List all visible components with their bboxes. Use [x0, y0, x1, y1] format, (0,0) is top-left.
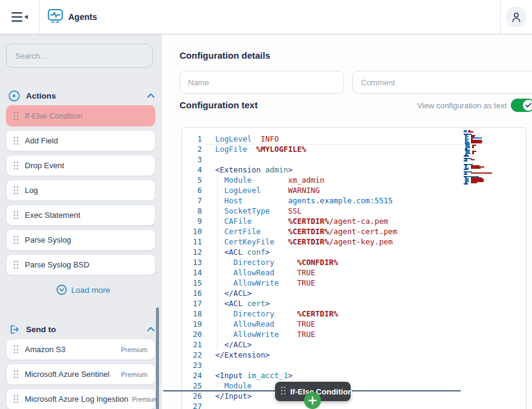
code-line-10[interactable]: CertFile %CERTDIR%/agent-cert.pem — [215, 226, 463, 237]
sidebar-sections: Actions If-Else Condition Add Field Drop… — [0, 90, 162, 409]
code-line-27[interactable] — [215, 401, 463, 409]
editor-code-lines: LogLevel INFOLogFile %MYLOGFILE%<Extensi… — [215, 134, 463, 409]
premium-badge: Premium — [132, 396, 158, 403]
load-more-button[interactable]: Load more — [0, 283, 162, 296]
main-panel: Configuration details Configuration text… — [162, 34, 532, 409]
agents-monitor-icon — [48, 8, 63, 26]
name-field[interactable] — [180, 71, 344, 94]
code-line-19[interactable]: AllowRead TRUE — [215, 319, 463, 329]
drag-handle-icon[interactable] — [13, 345, 19, 354]
modules-sidebar: Actions If-Else Condition Add Field Drop… — [0, 34, 162, 409]
module-label: Parse Syslog BSD — [25, 260, 148, 269]
module-label: Parse Syslog — [25, 235, 148, 244]
module-item-if-else-condition[interactable]: If-Else Condition — [6, 105, 155, 126]
code-line-17[interactable]: <ACL cert> — [215, 298, 463, 309]
code-line-3[interactable] — [215, 154, 463, 165]
code-line-13[interactable]: Directory %CONFDIR% — [215, 257, 463, 267]
view-as-text-label: View configuration as text — [404, 101, 507, 110]
chevron-down-circle-icon — [56, 284, 67, 295]
code-line-22[interactable]: </Extension> — [215, 350, 463, 360]
code-line-14[interactable]: AllowRead TRUE — [215, 267, 463, 278]
comment-field[interactable] — [352, 71, 532, 94]
send-to-icon — [8, 324, 20, 335]
module-item-log[interactable]: Log — [6, 180, 155, 201]
load-more-label: Load more — [71, 286, 111, 295]
drag-ghost-label: If-Else Condition — [290, 387, 352, 396]
configuration-details-heading: Configuration details — [180, 50, 270, 61]
drag-handle-icon[interactable] — [13, 260, 19, 269]
section-header-actions: Actions — [8, 90, 155, 102]
chevron-up-icon[interactable] — [147, 327, 155, 332]
code-line-7[interactable]: Host agents.example.com:5515 — [215, 195, 463, 206]
toggle-knob-check-icon — [523, 100, 532, 111]
drag-handle-icon[interactable] — [13, 394, 19, 404]
premium-badge: Premium — [121, 346, 148, 353]
module-label: If-Else Condition — [25, 111, 148, 120]
code-line-8[interactable]: SocketType SSL — [215, 206, 463, 216]
module-label: Add Field — [25, 136, 148, 145]
search-input[interactable] — [6, 44, 153, 68]
configuration-code-editor[interactable]: 1234567891011121314151617181920212223242… — [181, 127, 527, 409]
drag-handle-icon[interactable] — [13, 370, 19, 379]
sidebar-scrollbar[interactable] — [156, 307, 159, 409]
section-label: Send to — [26, 325, 147, 334]
code-line-11[interactable]: CertKeyFile %CERTDIR%/agent-key.pem — [215, 237, 463, 247]
drag-handle-icon[interactable] — [13, 235, 19, 244]
module-label: Drop Event — [25, 161, 148, 170]
code-line-5[interactable]: Module xm_admin — [215, 175, 463, 185]
app-header: Agents — [0, 0, 532, 34]
module-item-microsoft-azure-log-ingestion[interactable]: Microsoft Azure Log IngestionPremium — [6, 388, 155, 409]
code-line-9[interactable]: CAFile %CERTDIR%/agent-ca.pem — [215, 216, 463, 226]
chevron-up-icon[interactable] — [147, 93, 155, 98]
module-label: Log — [25, 186, 148, 195]
drop-add-plus-icon — [304, 392, 321, 409]
module-item-parse-syslog-bsd[interactable]: Parse Syslog BSD — [6, 254, 155, 275]
module-label: Microsoft Azure Log Ingestion — [25, 394, 128, 404]
drag-handle-icon[interactable] — [13, 136, 19, 145]
code-line-4[interactable]: <Extension admin> — [215, 165, 463, 175]
premium-badge: Premium — [121, 371, 148, 378]
collapse-sidebar-icon[interactable] — [0, 0, 39, 34]
view-as-text-toggle[interactable] — [511, 99, 532, 112]
code-line-24[interactable]: <Input im_acct_1> — [215, 370, 463, 381]
page-title: Agents — [68, 12, 97, 22]
section-header-send-to: Send to — [8, 323, 155, 335]
header-divider — [39, 0, 39, 34]
configuration-text-heading: Configuration text — [180, 100, 258, 110]
user-avatar[interactable] — [506, 7, 527, 27]
code-line-12[interactable]: <ACL conf> — [215, 247, 463, 257]
module-label: Exec Statement — [25, 211, 148, 220]
module-item-add-field[interactable]: Add Field — [6, 130, 155, 151]
drag-handle-icon[interactable] — [13, 111, 19, 120]
code-line-20[interactable]: AllowWrite TRUE — [215, 329, 463, 339]
code-line-15[interactable]: AllowWrite TRUE — [215, 278, 463, 288]
play-circle-icon — [8, 90, 20, 102]
code-line-2[interactable]: LogFile %MYLOGFILE% — [215, 144, 463, 154]
module-item-microsoft-azure-sentinel[interactable]: Microsoft Azure SentinelPremium — [6, 364, 155, 385]
module-item-drop-event[interactable]: Drop Event — [6, 155, 155, 176]
drag-handle-icon[interactable] — [13, 186, 19, 195]
code-line-23[interactable] — [215, 360, 463, 370]
module-label: Amazon S3 — [25, 345, 117, 354]
code-line-16[interactable]: </ACL> — [215, 288, 463, 298]
editor-minimap[interactable] — [464, 130, 512, 185]
code-line-6[interactable]: LogLevel WARNING — [215, 185, 463, 195]
code-line-18[interactable]: Directory %CERTDIR% — [215, 309, 463, 319]
drag-handle-icon[interactable] — [13, 211, 19, 220]
drag-handle-icon — [281, 386, 286, 398]
code-line-21[interactable]: </ACL> — [215, 339, 463, 350]
editor-line-numbers: 1234567891011121314151617181920212223242… — [182, 134, 202, 409]
module-item-amazon-s3[interactable]: Amazon S3Premium — [6, 339, 155, 360]
module-item-exec-statement[interactable]: Exec Statement — [6, 204, 155, 226]
code-line-1[interactable]: LogLevel INFO — [215, 134, 463, 144]
section-label: Actions — [26, 91, 147, 100]
drag-handle-icon[interactable] — [13, 161, 19, 170]
module-label: Microsoft Azure Sentinel — [25, 370, 117, 379]
module-item-parse-syslog[interactable]: Parse Syslog — [6, 229, 155, 250]
